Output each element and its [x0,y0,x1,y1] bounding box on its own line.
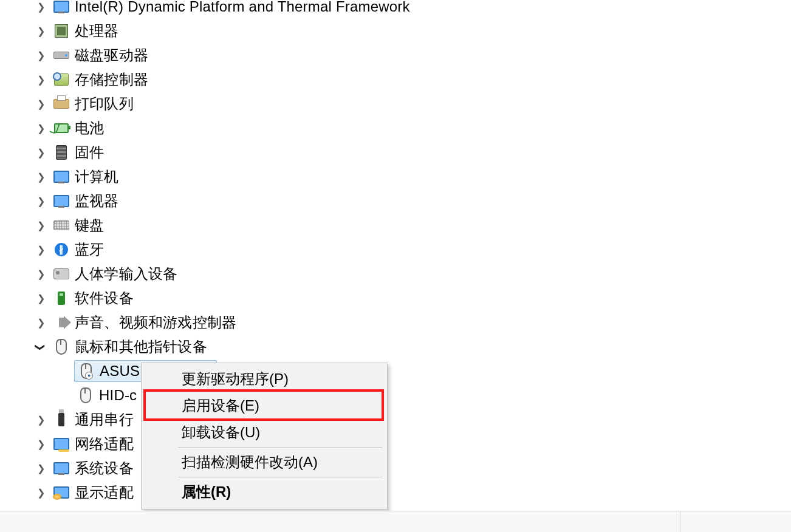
tree-item-label: 处理器 [75,21,119,41]
context-menu[interactable]: 更新驱动程序(P) 启用设备(E) 卸载设备(U) 扫描检测硬件改动(A) 属性… [141,363,388,510]
disk-icon [53,47,69,63]
chevron-down-icon[interactable]: ❯ [35,341,46,352]
menu-item-enable-device[interactable]: 启用设备(E) [143,392,386,419]
tree-item[interactable]: ❯ 人体学输入设备 [0,262,791,286]
tree-item-label: 监视器 [75,191,119,211]
network-adapter-icon [53,436,69,452]
mouse-icon [53,339,69,355]
chevron-right-icon[interactable]: ❯ [35,50,46,61]
usb-icon [53,412,69,428]
status-segment [0,511,680,532]
tree-item-label: 声音、视频和游戏控制器 [75,313,236,332]
tree-item-mouse-category[interactable]: ❯ 鼠标和其他指针设备 [0,335,791,359]
speaker-icon [53,315,69,330]
chevron-right-icon[interactable]: ❯ [35,293,46,304]
chevron-right-icon[interactable]: ❯ [35,74,46,85]
menu-item-properties[interactable]: 属性(R) [143,479,386,505]
chevron-right-icon[interactable]: ❯ [35,196,46,206]
tree-item[interactable]: ❯ ∦ 蓝牙 [0,237,791,262]
menu-item-label: 卸载设备(U) [182,423,260,442]
chevron-right-icon[interactable]: ❯ [35,171,46,182]
tree-item[interactable]: ❯ 网络适配 [0,432,791,456]
display-adapter-icon [53,485,69,500]
tree-item[interactable]: ❯ 打印队列 [0,92,791,116]
tree-item-label: 系统设备 [75,459,134,478]
tree-item[interactable]: ❯ 键盘 [0,213,791,237]
printer-icon [53,96,69,112]
tree-item[interactable]: ❯ 存储控制器 [0,67,791,92]
tree-item[interactable]: ❯ 通用串行 [0,408,791,432]
hid-icon [53,266,69,282]
status-segment [680,511,791,532]
tree-item-label: 存储控制器 [75,70,148,89]
menu-separator [178,447,382,448]
tree-item[interactable]: ❯ 处理器 [0,19,791,43]
chevron-right-icon[interactable]: ❯ [35,220,46,231]
chevron-right-icon[interactable]: ❯ [35,414,46,425]
keyboard-icon [53,217,69,233]
chevron-right-icon[interactable]: ❯ [35,26,46,36]
monitor-icon [53,0,69,15]
chevron-right-icon[interactable]: ❯ [35,123,46,134]
battery-icon [53,120,69,136]
menu-item-label: 更新驱动程序(P) [182,369,289,389]
storage-controller-icon [53,72,69,87]
tree-item[interactable]: ❯ 电池 [0,116,791,140]
chevron-right-icon[interactable]: ❯ [35,487,46,498]
tree-item-label: 蓝牙 [75,240,104,259]
tree-item-label: 键盘 [75,216,104,235]
tree-item[interactable]: ❯ 系统设备 [0,456,791,480]
chevron-right-icon[interactable]: ❯ [35,98,46,109]
menu-item-uninstall-device[interactable]: 卸载设备(U) [143,419,386,446]
tree-item[interactable]: ❯ 计算机 [0,165,791,189]
chevron-right-icon[interactable]: ❯ [35,147,46,158]
tree-item[interactable]: ❯ 监视器 [0,189,791,213]
tree-item-label: 固件 [75,143,104,162]
tree-item-label: 打印队列 [75,94,134,114]
menu-item-scan-hardware[interactable]: 扫描检测硬件改动(A) [143,449,386,476]
status-bar [0,511,791,532]
chevron-right-icon[interactable]: ❯ [35,438,46,449]
tree-item-label: 电池 [75,118,104,138]
firmware-icon [53,145,69,160]
tree-item-device-hid[interactable]: HID-c [0,383,791,408]
tree-item-label: 人体学输入设备 [75,264,177,284]
mouse-disabled-icon [78,363,94,379]
menu-item-label: 启用设备(E) [182,396,259,415]
tree-item-label: 显示适配 [75,483,134,502]
cpu-icon [53,23,69,39]
tree-item[interactable]: ❯ 显示适配 [0,480,791,505]
bluetooth-icon: ∦ [53,242,69,257]
menu-separator [178,477,382,477]
tree-item-label: 磁盘驱动器 [75,46,148,65]
mouse-icon [78,387,94,403]
tree-item[interactable]: ❯ 固件 [0,140,791,165]
chevron-right-icon[interactable]: ❯ [35,244,46,255]
chevron-right-icon[interactable]: ❯ [35,268,46,279]
menu-item-update-driver[interactable]: 更新驱动程序(P) [143,366,386,392]
chevron-right-icon[interactable]: ❯ [35,317,46,328]
tree-item[interactable]: ❯ Intel(R) Dynamic Platform and Thermal … [0,0,791,19]
tree-item-label: HID-c [99,387,137,404]
tree-item-label: 通用串行 [75,410,134,429]
tree-item-label: ASUS [100,363,140,380]
device-tree[interactable]: ❯ Intel(R) Dynamic Platform and Thermal … [0,0,791,505]
tree-item[interactable]: ❯ 磁盘驱动器 [0,43,791,67]
tree-item[interactable]: ❯ 软件设备 [0,286,791,310]
system-device-icon [53,460,69,476]
tree-item-label: Intel(R) Dynamic Platform and Thermal Fr… [75,0,410,15]
tree-item-label: 计算机 [75,167,119,186]
tree-item[interactable]: ❯ 声音、视频和游戏控制器 [0,310,791,335]
chevron-right-icon[interactable]: ❯ [35,1,46,12]
tree-item-label: 软件设备 [75,288,134,308]
software-device-icon [53,290,69,306]
computer-icon [53,169,69,185]
tree-item-device-asus[interactable]: ASUS [0,359,791,383]
monitor-icon [53,193,69,209]
tree-item-label: 网络适配 [75,434,134,454]
menu-item-label: 扫描检测硬件改动(A) [182,452,318,472]
chevron-right-icon[interactable]: ❯ [35,463,46,474]
menu-item-label: 属性(R) [182,482,231,502]
tree-item-label: 鼠标和其他指针设备 [75,337,207,356]
